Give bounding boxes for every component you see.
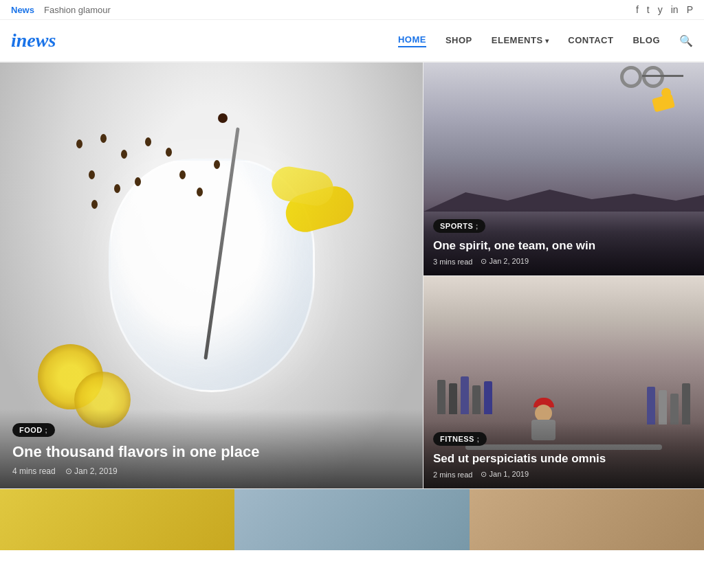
strip-image-1 bbox=[0, 489, 234, 550]
nav-elements[interactable]: ELEMENTS bbox=[492, 35, 549, 47]
logo[interactable]: inews bbox=[11, 30, 56, 52]
nav-shop[interactable]: SHOP bbox=[446, 35, 472, 47]
topbar-subtitle: Fashion glamour bbox=[44, 5, 111, 15]
search-icon[interactable]: 🔍 bbox=[679, 34, 693, 47]
strip-image-2 bbox=[234, 489, 469, 550]
twitter-icon[interactable]: t bbox=[647, 4, 650, 15]
facebook-icon[interactable]: f bbox=[636, 4, 639, 15]
hero-main-meta: 4 mins read Jan 2, 2019 bbox=[12, 466, 410, 476]
hero-main-readtime: 4 mins read bbox=[12, 466, 56, 476]
strip-item-3[interactable] bbox=[470, 489, 704, 550]
hero-main-category[interactable]: FOOD bbox=[12, 423, 55, 437]
sports-readtime: 3 mins read bbox=[433, 258, 472, 266]
biker-frame bbox=[642, 75, 683, 77]
header: inews HOME SHOP ELEMENTS CONTACT BLOG 🔍 bbox=[0, 20, 704, 63]
strip-item-2[interactable] bbox=[234, 489, 469, 550]
logo-text: news bbox=[16, 30, 56, 51]
hero-main-overlay: FOOD One thousand flavors in one place 4… bbox=[0, 409, 423, 488]
nav-blog[interactable]: BLOG bbox=[632, 35, 660, 47]
youtube-icon[interactable]: y bbox=[658, 4, 663, 15]
hero-sports-article[interactable]: SPORTS One spirit, one team, one win 3 m… bbox=[424, 63, 704, 275]
strip-item-1[interactable] bbox=[0, 489, 234, 550]
topbar-news-link[interactable]: News bbox=[11, 5, 34, 15]
hero-grid: FOOD One thousand flavors in one place 4… bbox=[0, 63, 704, 488]
hero-right-column: SPORTS One spirit, one team, one win 3 m… bbox=[423, 63, 704, 488]
bottom-strip bbox=[0, 488, 704, 550]
sports-date: ⊙ Jan 2, 2019 bbox=[481, 257, 529, 266]
sports-category[interactable]: SPORTS bbox=[433, 219, 485, 233]
nav-contact[interactable]: CONTACT bbox=[568, 35, 613, 47]
gym-people-right bbox=[647, 383, 690, 425]
hero-fitness-article[interactable]: FITNESS Sed ut perspiciatis unde omnis 2… bbox=[424, 275, 704, 488]
coffee-beans bbox=[76, 139, 82, 148]
nav-home[interactable]: HOME bbox=[398, 34, 426, 47]
sports-title[interactable]: One spirit, one team, one win bbox=[433, 238, 694, 253]
sports-meta: 3 mins read ⊙ Jan 2, 2019 bbox=[433, 257, 694, 266]
main-nav: HOME SHOP ELEMENTS CONTACT BLOG 🔍 bbox=[398, 34, 693, 47]
sports-overlay: SPORTS One spirit, one team, one win 3 m… bbox=[424, 208, 704, 275]
topbar-left: News Fashion glamour bbox=[11, 5, 111, 15]
linkedin-icon[interactable]: in bbox=[671, 4, 679, 15]
logo-prefix: i bbox=[11, 30, 16, 51]
strip-image-3 bbox=[470, 489, 704, 550]
fitness-meta: 2 mins read ⊙ Jan 1, 2019 bbox=[433, 470, 694, 479]
topbar-social-icons: f t y in P bbox=[636, 4, 693, 15]
fitness-title[interactable]: Sed ut perspiciatis unde omnis bbox=[433, 451, 694, 466]
fitness-date: ⊙ Jan 1, 2019 bbox=[481, 470, 529, 479]
hero-main-title[interactable]: One thousand flavors in one place bbox=[12, 442, 410, 462]
gym-people-left bbox=[437, 376, 492, 414]
topbar: News Fashion glamour f t y in P bbox=[0, 0, 704, 20]
fitness-readtime: 2 mins read bbox=[433, 471, 472, 479]
hero-main-date: Jan 2, 2019 bbox=[65, 466, 118, 476]
hero-main-article[interactable]: FOOD One thousand flavors in one place 4… bbox=[0, 63, 423, 488]
fitness-overlay: FITNESS Sed ut perspiciatis unde omnis 2… bbox=[424, 421, 704, 488]
pinterest-icon[interactable]: P bbox=[687, 4, 693, 15]
fitness-category[interactable]: FITNESS bbox=[433, 432, 487, 446]
